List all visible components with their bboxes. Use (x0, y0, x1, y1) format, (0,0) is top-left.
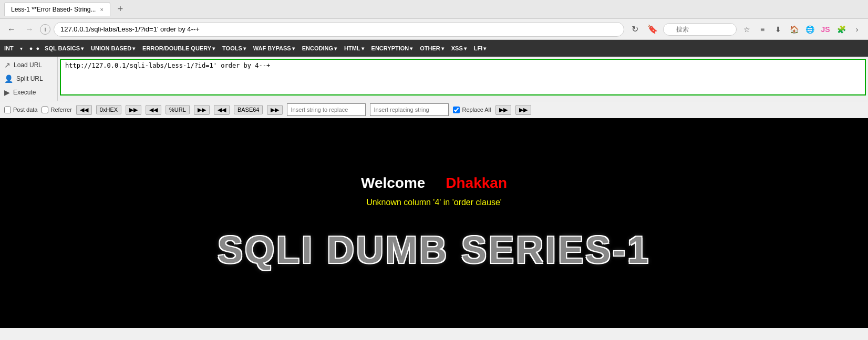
download-button[interactable]: ⬇ (771, 23, 785, 36)
arrow-left-1[interactable]: ◀◀ (76, 105, 92, 115)
menu-tools[interactable]: TOOLS (220, 44, 248, 52)
split-url-label: Split URL (16, 75, 43, 82)
referrer-checkbox[interactable] (42, 107, 48, 113)
load-url-label: Load URL (14, 61, 42, 69)
chevron-button[interactable]: › (850, 23, 864, 36)
menu-button[interactable]: ≡ (756, 23, 769, 36)
green-dot-2: ● (36, 45, 39, 51)
menu-waf-bypass[interactable]: WAF BYPASS (251, 44, 297, 52)
refresh-button[interactable]: ↻ (627, 22, 642, 37)
base64-encode-button[interactable]: BASE64 (234, 105, 263, 114)
tab-title: Less-1 **Error Based- String... (11, 6, 96, 13)
post-data-checkbox-label[interactable]: Post data (4, 107, 37, 113)
replace-all-checkbox-label[interactable]: Replace All (453, 107, 491, 113)
referrer-label: Referrer (50, 107, 71, 113)
insert-replacing-input[interactable] (370, 103, 449, 116)
post-data-label: Post data (13, 107, 37, 113)
home-button[interactable]: 🏠 (787, 23, 801, 36)
replace-all-label: Replace All (462, 107, 491, 113)
int-dropdown-btn[interactable]: ▾ (17, 44, 26, 53)
menu-error-double[interactable]: ERROR/DOUBLE QUERY (140, 44, 217, 52)
arrow-right-4[interactable]: ▶▶ (495, 105, 511, 115)
arrow-right-3[interactable]: ▶▶ (267, 105, 283, 115)
welcome-line: Welcome Dhakkan (361, 175, 507, 192)
toolbar-icons: ☆ ≡ ⬇ 🏠 🌐 JS 🧩 › (740, 23, 864, 36)
menu-sql-basics[interactable]: SQL BASICS (43, 44, 86, 52)
browser-tab[interactable]: Less-1 **Error Based- String... × (4, 2, 110, 16)
int-label: INT (4, 45, 14, 51)
info-button[interactable]: i (40, 24, 50, 35)
url-label: %URL (169, 107, 186, 113)
arrow-right-1[interactable]: ▶▶ (126, 105, 141, 115)
menu-union-based[interactable]: UNION BASED (89, 44, 137, 52)
browser-titlebar: Less-1 **Error Based- String... × + (0, 0, 868, 19)
bookmark-button[interactable]: 🔖 (645, 22, 660, 37)
star-button[interactable]: ☆ (740, 23, 753, 36)
menu-other[interactable]: OTHER (418, 44, 446, 52)
menu-encoding[interactable]: ENCODING (300, 44, 339, 52)
username-text: Dhakkan (446, 175, 507, 191)
arrow-left-3[interactable]: ◀◀ (214, 105, 230, 115)
url-encode-button[interactable]: %URL (166, 105, 190, 114)
replace-all-checkbox[interactable] (453, 107, 460, 113)
execute-label: Execute (13, 89, 36, 96)
arrow-right-2[interactable]: ▶▶ (194, 105, 210, 115)
split-url-button[interactable]: 👤 Split URL (0, 72, 57, 85)
hex-label: 0xHEX (100, 107, 118, 113)
menu-html[interactable]: HTML (342, 44, 366, 52)
browser-toolbar: ← → i ↻ 🔖 ☆ ≡ ⬇ 🏠 🌐 JS 🧩 › (0, 19, 868, 40)
new-tab-button[interactable]: + (115, 4, 127, 15)
error-line: Unknown column '4' in 'order clause' (366, 198, 502, 207)
js-button[interactable]: JS (819, 23, 832, 36)
post-data-checkbox[interactable] (4, 107, 11, 113)
puzzle-button[interactable]: 🧩 (834, 23, 848, 36)
forward-button[interactable]: → (22, 22, 37, 37)
load-url-icon: ↗ (4, 61, 11, 69)
bottom-toolbar: Post data Referrer ◀◀ 0xHEX ▶▶ ◀◀ %URL ▶… (0, 101, 868, 118)
hex-encode-button[interactable]: 0xHEX (96, 105, 121, 114)
execute-icon: ▶ (4, 88, 10, 97)
globe-button[interactable]: 🌐 (803, 23, 817, 36)
load-url-button[interactable]: ↗ Load URL (0, 59, 57, 71)
search-input[interactable] (663, 23, 737, 36)
split-url-icon: 👤 (4, 75, 13, 83)
url-textarea[interactable]: http://127.0.0.1/sqli-labs/Less-1/?id=1'… (60, 59, 866, 95)
menu-xss[interactable]: XSS (449, 44, 469, 52)
arrow-left-2[interactable]: ◀◀ (146, 105, 161, 115)
sqli-title: SQLI DUMB SERIES-1 (218, 228, 650, 271)
base64-label: BASE64 (237, 107, 260, 113)
tab-close-button[interactable]: × (100, 6, 103, 13)
insert-string-input[interactable] (287, 103, 366, 116)
execute-button[interactable]: ▶ Execute (0, 86, 57, 99)
hackbar-main: ↗ Load URL 👤 Split URL ▶ Execute http://… (0, 57, 868, 101)
green-dot-1: ● (29, 45, 33, 51)
address-bar[interactable] (54, 22, 624, 37)
referrer-checkbox-label[interactable]: Referrer (42, 107, 71, 113)
content-area: Welcome Dhakkan Unknown column '4' in 'o… (0, 118, 868, 328)
url-input-area: http://127.0.0.1/sqli-labs/Less-1/?id=1'… (58, 57, 868, 101)
menu-lfi[interactable]: LFI (472, 44, 489, 52)
welcome-text: Welcome (361, 175, 425, 191)
menu-encryption[interactable]: ENCRYPTION (369, 44, 415, 52)
back-button[interactable]: ← (4, 22, 19, 37)
hackbar-toolbar: INT ▾ ● ● SQL BASICS UNION BASED ERROR/D… (0, 40, 868, 57)
hackbar-sidebar: ↗ Load URL 👤 Split URL ▶ Execute (0, 57, 58, 101)
arrow-right-5[interactable]: ▶▶ (515, 105, 531, 115)
